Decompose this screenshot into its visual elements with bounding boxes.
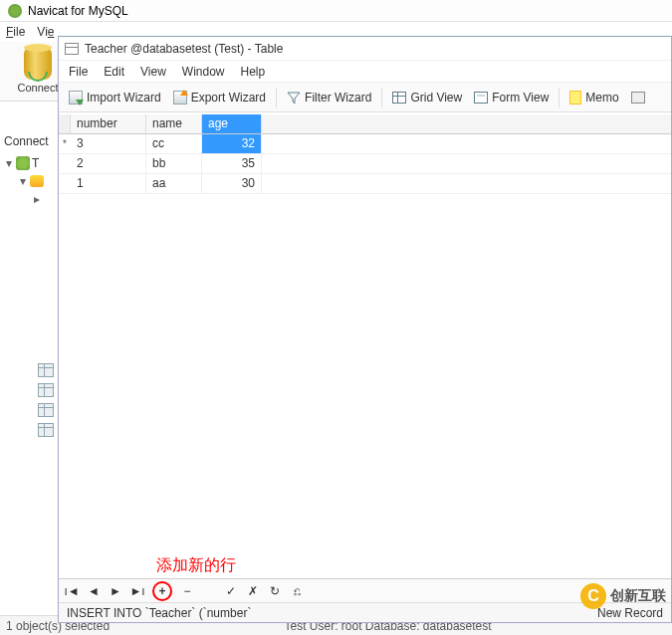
col-header-name[interactable]: name: [146, 114, 202, 133]
watermark: C 创新互联: [580, 583, 666, 609]
delete-record-button[interactable]: −: [180, 584, 194, 598]
nav-prev-button[interactable]: ◄: [87, 584, 101, 598]
filter-icon: [287, 91, 301, 105]
form-view-button[interactable]: Form View: [470, 89, 553, 106]
import-icon: [69, 91, 83, 105]
connection-icon: [24, 48, 52, 80]
tables-icon[interactable]: [38, 363, 54, 377]
cell-age[interactable]: 35: [202, 154, 262, 173]
child-statusbar: INSERT INTO `Teacher` (`number` New Reco…: [59, 602, 671, 622]
extra-button[interactable]: [627, 90, 649, 106]
col-header-number[interactable]: number: [71, 114, 146, 133]
menu-file[interactable]: File: [6, 25, 25, 39]
cell-number[interactable]: 2: [71, 154, 146, 173]
data-grid[interactable]: number name age *3cc322bb351aa30: [59, 114, 671, 578]
filter-wizard-button[interactable]: Filter Wizard: [283, 89, 375, 106]
grid-icon: [392, 92, 406, 104]
object-icons: [38, 363, 54, 437]
add-record-button[interactable]: +: [152, 581, 172, 601]
cell-age[interactable]: 32: [202, 134, 262, 153]
app-logo-icon: [8, 4, 22, 18]
cell-number[interactable]: 3: [71, 134, 146, 153]
watermark-icon: C: [580, 583, 606, 609]
chevron-right-icon[interactable]: ▸: [32, 192, 42, 206]
row-marker: [59, 154, 71, 173]
child-menu-window[interactable]: Window: [182, 65, 225, 79]
connection-label: Connect: [18, 82, 59, 94]
row-marker: [59, 174, 71, 193]
main-title: Navicat for MySQL: [28, 4, 128, 18]
plus-icon: +: [155, 584, 169, 598]
table-window: Teacher @databasetest (Test) - Table Fil…: [58, 36, 672, 623]
events-icon[interactable]: [38, 423, 54, 437]
form-icon: [474, 92, 488, 104]
connection-icon: [16, 156, 30, 170]
undo-button[interactable]: ⎌: [290, 584, 304, 598]
grid-view-button[interactable]: Grid View: [388, 89, 466, 106]
extra-icon: [631, 92, 645, 104]
nav-next-button[interactable]: ►: [109, 584, 122, 598]
cell-name[interactable]: bb: [146, 154, 202, 173]
chevron-down-icon[interactable]: ▾: [4, 156, 14, 170]
child-toolbar: Import Wizard Export Wizard Filter Wizar…: [59, 83, 671, 112]
child-menu-help[interactable]: Help: [241, 65, 266, 79]
table-row[interactable]: *3cc32: [59, 134, 671, 154]
cell-name[interactable]: cc: [146, 134, 202, 153]
cell-number[interactable]: 1: [71, 174, 146, 193]
memo-icon: [569, 91, 581, 105]
views-icon[interactable]: [38, 383, 54, 397]
chevron-down-icon[interactable]: ▾: [18, 174, 28, 188]
database-icon: [30, 175, 44, 187]
child-menu-file[interactable]: File: [69, 65, 88, 79]
sidebar-label: Connect: [4, 134, 49, 148]
annotation-text: 添加新的行: [156, 555, 236, 576]
memo-button[interactable]: Memo: [565, 89, 622, 106]
cell-age[interactable]: 30: [202, 174, 262, 193]
refresh-button[interactable]: ↻: [268, 584, 282, 598]
cancel-button[interactable]: ✗: [246, 584, 260, 598]
grid-header: number name age: [59, 114, 671, 134]
functions-icon[interactable]: [38, 403, 54, 417]
col-header-age[interactable]: age: [202, 114, 262, 133]
child-titlebar[interactable]: Teacher @databasetest (Test) - Table: [59, 37, 671, 61]
post-button[interactable]: ✓: [224, 584, 238, 598]
import-wizard-button[interactable]: Import Wizard: [65, 89, 165, 106]
table-row[interactable]: 1aa30: [59, 174, 671, 194]
row-marker: *: [59, 134, 71, 153]
table-row[interactable]: 2bb35: [59, 154, 671, 174]
tree-node-label[interactable]: T: [32, 156, 39, 170]
export-wizard-button[interactable]: Export Wizard: [169, 89, 270, 106]
nav-last-button[interactable]: ►ı: [130, 584, 144, 598]
child-menubar: File Edit View Window Help: [59, 61, 671, 83]
child-menu-edit[interactable]: Edit: [104, 65, 124, 79]
table-icon: [65, 43, 79, 55]
watermark-text: 创新互联: [610, 587, 666, 605]
export-icon: [173, 91, 187, 105]
cell-name[interactable]: aa: [146, 174, 202, 193]
menu-view[interactable]: Vie: [37, 25, 54, 39]
main-titlebar: Navicat for MySQL: [0, 0, 672, 22]
child-menu-view[interactable]: View: [140, 65, 166, 79]
child-title: Teacher @databasetest (Test) - Table: [85, 42, 283, 56]
nav-first-button[interactable]: ı◄: [65, 584, 79, 598]
record-navigator: ı◄ ◄ ► ►ı + − ✎ ✓ ✗ ↻ ⎌: [59, 578, 671, 602]
status-sql: INSERT INTO `Teacher` (`number`: [67, 606, 251, 620]
